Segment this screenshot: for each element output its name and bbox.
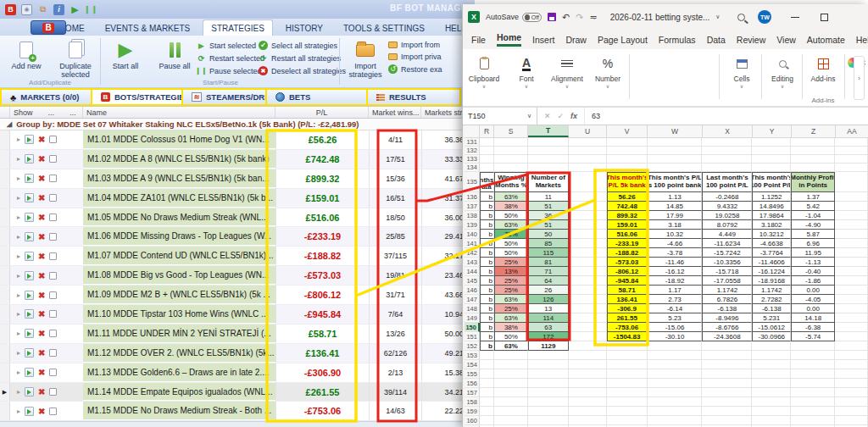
info-icon[interactable]: i bbox=[53, 4, 64, 15]
cell-monthly-profit-points[interactable]: 6.96 bbox=[791, 239, 835, 248]
cell-number-of-markets[interactable]: 51 bbox=[528, 220, 569, 230]
cell-winning-months[interactable]: 75% bbox=[494, 230, 528, 239]
expand-row-icon[interactable]: ▸ bbox=[17, 272, 20, 280]
expand-row-icon[interactable]: ▸ bbox=[17, 233, 20, 241]
menu-home[interactable]: Home bbox=[497, 32, 521, 47]
cell-number-of-markets[interactable]: 126 bbox=[528, 295, 569, 304]
cell[interactable] bbox=[752, 155, 791, 164]
subtab-steamers-drifters[interactable]: ≋STEAMERS/DRIFTERS bbox=[183, 88, 267, 106]
delete-strategy-icon[interactable]: ✖ bbox=[38, 154, 45, 164]
cell-monthly-profit-points[interactable]: -1.13 bbox=[791, 258, 835, 267]
show-markets-icon[interactable] bbox=[25, 407, 34, 416]
cell-monthly-profit-points[interactable]: -4.05 bbox=[791, 295, 835, 304]
menu-help[interactable]: Help bbox=[856, 35, 868, 45]
show-markets-icon[interactable] bbox=[25, 271, 34, 280]
row-header-140[interactable]: 140 bbox=[465, 230, 480, 239]
show-markets-icon[interactable] bbox=[25, 232, 34, 241]
expand-row-icon[interactable]: ▸ bbox=[17, 175, 20, 182]
cell[interactable] bbox=[480, 360, 494, 369]
strategy-checkbox[interactable] bbox=[49, 388, 57, 396]
col-header-pl[interactable]: P/L bbox=[275, 107, 369, 118]
cell[interactable] bbox=[528, 416, 569, 425]
row-header-141[interactable]: 141 bbox=[465, 239, 480, 248]
cell-this-month-100pt[interactable]: 1.1742 bbox=[752, 286, 791, 295]
cell-last-month-100pt[interactable]: 4.449 bbox=[702, 230, 752, 239]
cell[interactable] bbox=[607, 147, 648, 155]
duplicate-selected-button[interactable]: Duplicate selected bbox=[49, 39, 102, 80]
expand-row-icon[interactable]: ▸ bbox=[17, 408, 20, 415]
name-box[interactable]: T150∨ bbox=[463, 108, 537, 125]
cell[interactable] bbox=[494, 388, 528, 397]
row-header-133[interactable]: 133 bbox=[465, 155, 480, 164]
cell-this-month-100pt[interactable]: -6.138 bbox=[752, 304, 791, 313]
cell[interactable] bbox=[480, 388, 494, 397]
cell-monthly-profit-points[interactable]: -4.90 bbox=[791, 220, 835, 230]
strategy-checkbox[interactable] bbox=[49, 136, 57, 143]
column-header-R[interactable]: R bbox=[480, 125, 494, 137]
save-icon[interactable] bbox=[548, 13, 556, 21]
cell[interactable] bbox=[494, 407, 528, 416]
row-header-143[interactable]: 143 bbox=[465, 258, 480, 267]
cell[interactable] bbox=[835, 258, 868, 267]
subtab-bots-strategies[interactable]: BBOTS/STRATEGIES bbox=[92, 88, 183, 106]
cell-month-fragment[interactable]: b bbox=[480, 230, 494, 239]
cell-this-month-pl[interactable]: -945.84 bbox=[607, 276, 648, 286]
cell[interactable] bbox=[702, 360, 752, 369]
cell[interactable] bbox=[607, 407, 648, 416]
cell-last-month-100pt[interactable]: -17.0558 bbox=[702, 276, 752, 286]
cell-last-month-100pt[interactable]: -6.138 bbox=[702, 304, 752, 313]
redo-icon[interactable]: ↷ bbox=[576, 12, 583, 23]
insert-function-icon[interactable]: fx bbox=[570, 112, 577, 120]
title-dropdown-icon[interactable]: ∨ bbox=[715, 14, 720, 20]
strategy-checkbox[interactable] bbox=[49, 252, 57, 260]
cell-number-of-markets[interactable]: 36 bbox=[528, 211, 569, 220]
autosave-toggle[interactable]: AutoSave Off bbox=[486, 13, 542, 22]
strategy-checkbox[interactable] bbox=[49, 194, 57, 202]
cell-this-month-pl[interactable]: 261.55 bbox=[607, 313, 648, 323]
cell[interactable] bbox=[528, 407, 569, 416]
cell-winning-months[interactable]: 25% bbox=[494, 276, 528, 286]
cell[interactable] bbox=[494, 360, 528, 369]
cell-this-month-pl[interactable]: 159.01 bbox=[607, 220, 648, 230]
cell-number-of-markets[interactable]: 50 bbox=[528, 230, 569, 239]
header-this-months-pl-5k[interactable]: This month'sP/L 5k bank bbox=[607, 172, 648, 192]
cell[interactable] bbox=[528, 147, 569, 155]
cell-number-of-markets[interactable]: 115 bbox=[528, 248, 569, 258]
cell-this-month-pl[interactable]: 56.26 bbox=[607, 192, 648, 202]
cell-winning-months[interactable]: 63% bbox=[494, 313, 528, 323]
cell-month-fragment[interactable]: b bbox=[480, 323, 494, 332]
cell-number-of-markets[interactable]: 13 bbox=[528, 304, 569, 313]
column-header-U[interactable]: U bbox=[569, 125, 607, 137]
cell-winning-months[interactable]: 50% bbox=[494, 248, 528, 258]
cell-winning-months[interactable]: 13% bbox=[494, 267, 528, 276]
expand-row-icon[interactable]: ▸ bbox=[17, 349, 20, 357]
cell-monthly-profit-points[interactable]: -0.40 bbox=[791, 267, 835, 276]
column-header-W[interactable]: W bbox=[648, 125, 703, 137]
cell-pl-100pt-bank[interactable]: -15.06 bbox=[648, 323, 703, 332]
cell-this-month-100pt[interactable]: 2.7282 bbox=[752, 295, 791, 304]
cell[interactable] bbox=[569, 147, 607, 155]
column-header-V[interactable]: V bbox=[607, 125, 648, 137]
table-row[interactable]: ▸✖M1.15 MDDE No Draws Medium Streak - Bo… bbox=[0, 402, 475, 421]
cell-month-fragment[interactable]: b bbox=[480, 276, 494, 286]
cell-monthly-profit-points[interactable]: 14.18 bbox=[791, 313, 835, 323]
cell-last-month-100pt[interactable]: -15.718 bbox=[702, 267, 752, 276]
cell[interactable] bbox=[494, 351, 528, 360]
expand-row-icon[interactable]: ▸ bbox=[17, 310, 20, 318]
table-row[interactable]: ▶▸✖M1.14 MDDE Empate Equipos igualados (… bbox=[0, 383, 475, 402]
cell[interactable] bbox=[569, 295, 607, 304]
cell[interactable] bbox=[835, 276, 868, 286]
cell-pl-100pt-bank[interactable]: -4.66 bbox=[648, 239, 703, 248]
cell-winning-months[interactable]: 63% bbox=[494, 220, 528, 230]
cell-number-of-markets[interactable]: 26 bbox=[528, 286, 569, 295]
cell-last-month-100pt[interactable]: -11.6234 bbox=[702, 239, 752, 248]
row-header-156[interactable]: 156 bbox=[465, 379, 480, 388]
delete-strategy-icon[interactable]: ✖ bbox=[38, 309, 45, 319]
maximize-button[interactable] bbox=[821, 14, 828, 21]
cell[interactable] bbox=[835, 369, 868, 379]
cell-pl-100pt-bank[interactable]: 5.23 bbox=[648, 313, 703, 323]
cell-last-month-100pt[interactable]: -15.7242 bbox=[702, 248, 752, 258]
menu-page-layout[interactable]: Page Layout bbox=[598, 35, 648, 45]
cell[interactable] bbox=[648, 369, 703, 379]
cell[interactable] bbox=[494, 397, 528, 407]
